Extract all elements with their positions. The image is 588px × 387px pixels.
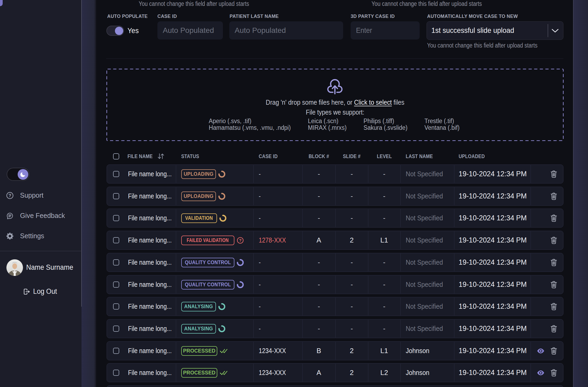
svg-text:?: ? [8, 193, 11, 198]
svg-text:?: ? [239, 238, 241, 243]
